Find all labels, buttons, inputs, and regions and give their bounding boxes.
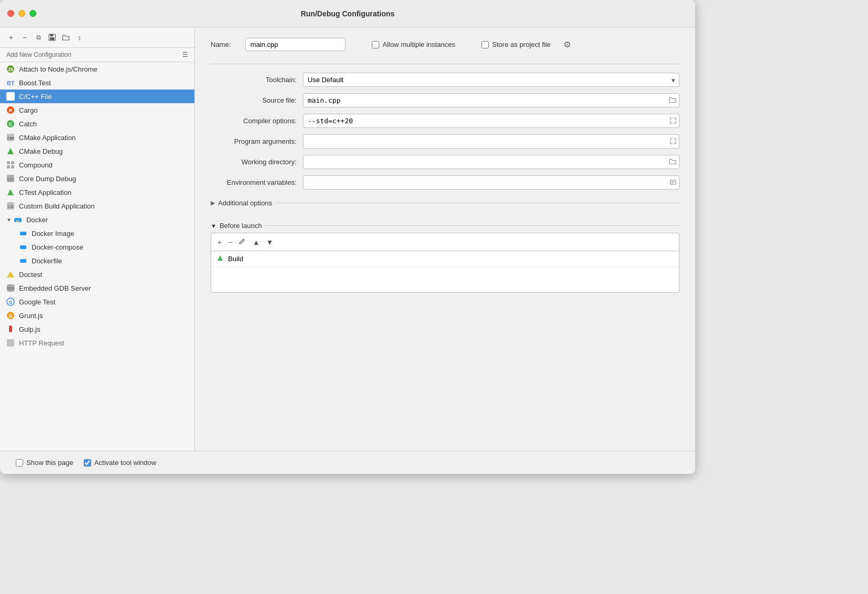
right-panel: Name: Allow multiple instances Store as … (195, 27, 695, 451)
svg-marker-39 (218, 255, 223, 261)
sidebar-item-boost-test[interactable]: BT Boost.Test (0, 76, 194, 90)
remove-config-button[interactable]: − (19, 32, 31, 43)
sidebar-item-core-dump[interactable]: CD Core Dump Debug (0, 172, 194, 185)
name-input[interactable] (245, 38, 346, 51)
sidebar-item-label: Grunt.js (19, 312, 43, 320)
save-config-button[interactable] (46, 32, 58, 43)
sidebar-item-catch[interactable]: C Catch (0, 117, 194, 131)
sidebar-item-embedded-gdb[interactable]: GDB Embedded GDB Server (0, 281, 194, 295)
before-launch-arrow-icon: ▼ (211, 223, 216, 229)
sidebar-item-docker[interactable]: ▼ 🐋 Docker (0, 213, 194, 226)
sidebar-item-gulp[interactable]: Gulp.js (0, 322, 194, 336)
sidebar-item-label: Boost.Test (19, 79, 51, 87)
nodejs-icon: JS (6, 65, 15, 73)
toolchain-dropdown-wrapper: Use Default ▾ (303, 73, 679, 87)
svg-text:G: G (8, 300, 12, 305)
sidebar-item-grunt[interactable]: G Grunt.js (0, 309, 194, 322)
svg-text:BT: BT (7, 80, 15, 86)
toolchain-row: Toolchain: Use Default ▾ (211, 73, 679, 87)
program-args-expand-icon[interactable] (670, 137, 676, 146)
minimize-button[interactable] (18, 10, 25, 17)
activate-tool-checkbox[interactable] (84, 459, 91, 467)
cmake-debug-icon (6, 147, 15, 155)
source-file-input[interactable] (303, 93, 679, 107)
open-folder-button[interactable] (60, 32, 72, 43)
svg-rect-16 (11, 165, 14, 169)
working-dir-row: Working directory: (211, 155, 679, 169)
svg-rect-26 (20, 259, 26, 263)
bottom-bar: Show this page Activate tool window (0, 451, 695, 474)
env-vars-edit-icon[interactable] (670, 179, 676, 187)
env-vars-input[interactable] (303, 175, 679, 190)
sidebar-item-cmake-debug[interactable]: CMake Debug (0, 144, 194, 158)
svg-rect-13 (7, 161, 10, 164)
sidebar-item-dockerfile[interactable]: Dockerfile (0, 254, 194, 268)
compiler-options-wrapper (303, 114, 679, 128)
traffic-lights (7, 10, 36, 17)
copy-config-button[interactable]: ⧉ (33, 32, 44, 43)
sidebar-toolbar: + − ⧉ ↕ (0, 27, 194, 48)
docker-collapse-arrow: ▼ (6, 217, 12, 223)
settings-gear-button[interactable]: ⚙ (561, 39, 573, 49)
cmake-app-icon: CM (6, 133, 15, 142)
svg-text:CM: CM (7, 136, 14, 141)
sidebar-item-custom-build[interactable]: CB Custom Build Application (0, 199, 194, 213)
sidebar-item-attach-nodejs[interactable]: JS Attach to Node.js/Chrome (0, 62, 194, 76)
add-config-button[interactable]: + (5, 32, 17, 43)
name-label: Name: (211, 41, 231, 48)
program-args-label: Program arguments: (211, 137, 303, 145)
sidebar-item-docker-image[interactable]: Docker Image (0, 226, 194, 240)
before-launch-header[interactable]: ▼ Before launch (211, 219, 679, 233)
toolchain-label: Toolchain: (211, 76, 303, 84)
sidebar-item-cargo[interactable]: R Cargo (0, 103, 194, 117)
env-vars-wrapper (303, 175, 679, 190)
svg-marker-12 (7, 148, 14, 154)
sort-button[interactable]: ↕ (74, 32, 85, 43)
svg-rect-1 (50, 34, 53, 36)
additional-options-header[interactable]: ▶ Additional options (211, 196, 679, 210)
compiler-options-label: Compiler options: (211, 117, 303, 125)
before-launch-build-item[interactable]: Build (211, 251, 679, 267)
sidebar-item-docker-compose[interactable]: Docker-compose (0, 240, 194, 254)
working-dir-label: Working directory: (211, 158, 303, 166)
source-file-folder-icon[interactable] (669, 96, 676, 105)
sidebar-item-ctest[interactable]: CTest Application (0, 185, 194, 199)
compiler-options-row: Compiler options: (211, 114, 679, 128)
working-dir-input[interactable] (303, 155, 679, 169)
allow-multiple-checkbox[interactable] (372, 41, 379, 48)
sidebar-item-label: Attach to Node.js/Chrome (19, 65, 97, 73)
compiler-options-input[interactable] (303, 114, 679, 128)
allow-multiple-label: Allow multiple instances (382, 41, 455, 48)
program-args-input[interactable] (303, 134, 679, 148)
sidebar-item-http-request[interactable]: HTTP Request (0, 336, 194, 350)
close-button[interactable] (7, 10, 14, 17)
svg-text:JS: JS (7, 67, 13, 72)
sidebar-item-label: Docker Image (32, 230, 74, 237)
sidebar-item-cpp-file[interactable]: C++ C/C++ File (0, 90, 194, 103)
maximize-button[interactable] (29, 10, 36, 17)
store-project-checkbox[interactable] (481, 41, 489, 48)
bl-add-button[interactable]: + (215, 237, 224, 247)
bl-edit-button[interactable] (236, 236, 248, 247)
bl-remove-button[interactable]: − (226, 237, 234, 247)
sidebar-item-label: Core Dump Debug (19, 175, 76, 183)
working-dir-folder-icon[interactable] (669, 157, 676, 166)
sidebar-item-google-test[interactable]: G Google Test (0, 295, 194, 309)
show-page-group: Show this page (16, 459, 73, 467)
sidebar-item-label: HTTP Request (19, 339, 64, 347)
bl-move-down-button[interactable]: ▼ (264, 237, 275, 247)
sidebar-item-doctest[interactable]: Doctest (0, 268, 194, 281)
show-page-label: Show this page (26, 459, 73, 467)
sidebar-item-compound[interactable]: Compound (0, 158, 194, 172)
additional-options-section: ▶ Additional options (211, 196, 679, 210)
toolchain-select[interactable]: Use Default (303, 73, 679, 87)
activate-tool-group: Activate tool window (84, 459, 156, 467)
bl-move-up-button[interactable]: ▲ (250, 237, 262, 247)
svg-rect-24 (20, 232, 26, 235)
gulp-icon (6, 325, 15, 333)
cpp-icon: C++ (6, 92, 15, 101)
compiler-options-expand-icon[interactable] (670, 117, 676, 125)
env-vars-row: Environment variables: (211, 175, 679, 190)
show-page-checkbox[interactable] (16, 459, 23, 467)
sidebar-item-cmake-app[interactable]: CM CMake Application (0, 131, 194, 144)
